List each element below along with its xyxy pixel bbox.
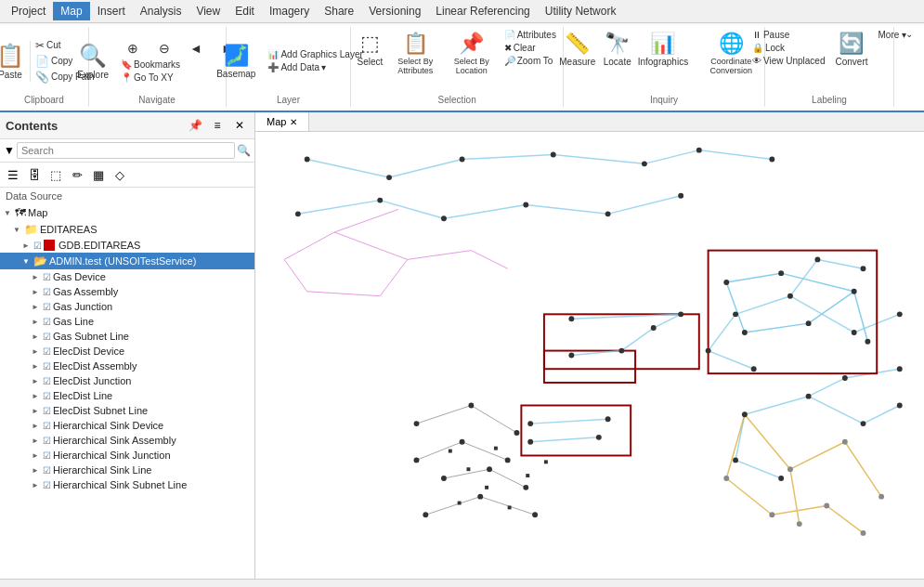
menu-versioning[interactable]: Versioning [361,2,428,20]
menu-analysis[interactable]: Analysis [133,2,189,20]
hier-subnet-checkbox[interactable]: ☑ [43,480,51,490]
table-icon[interactable]: ▦ [89,165,108,184]
map-svg [255,132,924,579]
svg-point-93 [778,270,784,276]
menu-share[interactable]: Share [317,2,361,20]
tree-item-map[interactable]: ▼ 🗺 Map [0,204,254,221]
tree-item-editareas[interactable]: ▼ 📁 EDITAREAS [0,221,254,238]
pin-icon[interactable]: 📌 [186,116,204,135]
database-icon[interactable]: 🗄 [25,165,44,184]
tree-item-gas-device[interactable]: ► ☑ Gas Device [0,269,254,284]
tree-item-gdb-editareas[interactable]: ► ☑ GDB.EDITAREAS [0,238,254,253]
hier-device-checkbox[interactable]: ☑ [43,421,51,431]
locate-icon: 🔭 [605,32,630,56]
tree-item-hier-sink-line[interactable]: ► ☑ Hierarchical Sink Line [0,463,254,477]
gas-assembly-checkbox[interactable]: ☑ [43,287,51,297]
map-canvas[interactable] [255,132,924,579]
menu-icon[interactable]: ≡ [208,116,227,135]
map-icon: 🗺 [15,206,26,219]
select-button[interactable]: ⬚ Select [355,29,384,70]
locate-button[interactable]: 🔭 Locate [601,29,634,70]
zoom-to-button[interactable]: 🔎 Zoom To [501,55,559,67]
drawing-order-icon[interactable]: ✏ [68,165,86,184]
attributes-button[interactable]: 📄 Attributes [501,29,559,41]
svg-point-88 [706,348,711,354]
elec-subnet-checkbox[interactable]: ☑ [43,406,51,416]
lock-button[interactable]: 🔒 Lock [749,42,828,54]
select-label: Select [358,57,384,67]
tree-item-gas-line[interactable]: ► ☑ Gas Line [0,314,254,329]
elec-junction-expand: ► [32,377,41,385]
attributes-icon: 📄 [504,30,515,40]
tree-item-gas-assembly[interactable]: ► ☑ Gas Assembly [0,284,254,299]
pan-left-button[interactable]: ◄ [181,39,211,58]
infographics-button[interactable]: 📊 Infographics [638,29,689,70]
paste-button[interactable]: 📋 Paste [0,40,31,83]
zoom-in-button[interactable]: ⊕ [118,39,148,58]
tree-item-hier-sink-junction[interactable]: ► ☑ Hierarchical Sink Junction [0,448,254,463]
elec-junction-checkbox[interactable]: ☑ [43,376,51,386]
close-panel-button[interactable]: ✕ [230,116,249,135]
convert-button[interactable]: 🔄 Convert [829,29,873,70]
editareas-icon: 📁 [24,223,38,236]
tree-item-hier-sink-device[interactable]: ► ☑ Hierarchical Sink Device [0,418,254,433]
pause-button[interactable]: ⏸ Pause [749,29,828,41]
tree-item-gas-junction[interactable]: ► ☑ Gas Junction [0,299,254,314]
tree-item-elecdist-assembly[interactable]: ► ☑ ElecDist Assembly [0,359,254,373]
menu-utility-network[interactable]: Utility Network [538,2,624,20]
tree-item-elecdist-junction[interactable]: ► ☑ ElecDist Junction [0,373,254,388]
search-input[interactable] [17,142,235,159]
gas-subnet-checkbox[interactable]: ☑ [43,332,51,342]
go-to-xy-label: Go To XY [134,72,174,83]
tree-item-elecdist-subnet-line[interactable]: ► ☑ ElecDist Subnet Line [0,403,254,418]
menu-map[interactable]: Map [53,2,89,20]
tree-item-elecdist-line[interactable]: ► ☑ ElecDist Line [0,388,254,403]
menu-project[interactable]: Project [4,2,53,20]
view-unplaced-button[interactable]: 👁 View Unplaced [749,55,828,67]
tree-item-admin-test[interactable]: ▼ 📂 ADMIN.test (UNSOITestService) [0,253,254,269]
measure-button[interactable]: 📏 Measure [557,29,597,70]
svg-point-94 [852,289,857,294]
select-by-attributes-button[interactable]: 📋 Select By Attributes [388,29,442,78]
filter-by-map-icon[interactable]: ☰ [4,165,22,184]
tree-item-elecdist-device[interactable]: ► ☑ ElecDist Device [0,344,254,359]
zoom-to-label: Zoom To [517,56,553,66]
hier-assembly-checkbox[interactable]: ☑ [43,436,51,446]
svg-point-121 [723,476,729,481]
hier-line-checkbox[interactable]: ☑ [43,465,51,476]
gdb-checkbox[interactable]: ☑ [33,241,42,251]
menu-imagery[interactable]: Imagery [262,2,317,20]
tree-hier-junction-label: Hierarchical Sink Junction [53,450,171,461]
menu-linear-referencing[interactable]: Linear Referencing [428,2,537,20]
ribbon-selection-items: ⬚ Select 📋 Select By Attributes 📌 Select… [355,29,559,93]
pause-icon: ⏸ [752,30,761,40]
zoom-out-button[interactable]: ⊖ [150,39,179,58]
clear-button[interactable]: ✖ Clear [501,42,559,54]
gas-line-checkbox[interactable]: ☑ [43,317,51,327]
menu-insert[interactable]: Insert [90,2,133,20]
layers-icon[interactable]: ⬚ [46,165,65,184]
menu-edit[interactable]: Edit [228,2,262,20]
gas-device-checkbox[interactable]: ☑ [43,272,51,282]
menu-view[interactable]: View [189,2,228,20]
symbols-icon[interactable]: ◇ [111,165,129,184]
tree-item-gas-subnet-line[interactable]: ► ☑ Gas Subnet Line [0,329,254,344]
explore-icon: 🔍 [79,43,107,69]
map-tab[interactable]: Map ✕ [255,112,309,131]
elec-assembly-checkbox[interactable]: ☑ [43,361,51,372]
tree-item-hier-sink-subnet-line[interactable]: ► ☑ Hierarchical Sink Subnet Line [0,477,254,492]
view-unplaced-label: View Unplaced [763,56,826,66]
contents-tree: ▼ 🗺 Map ▼ 📁 EDITAREAS ► ☑ GDB.EDITAREAS … [0,204,254,579]
tree-item-hier-sink-assembly[interactable]: ► ☑ Hierarchical Sink Assembly [0,433,254,448]
basemap-button[interactable]: 🗾 Basemap [211,41,261,82]
ribbon-expand-button[interactable]: ⌄ [894,27,924,41]
explore-button[interactable]: 🔍 Explore [72,40,114,83]
select-by-location-button[interactable]: 📌 Select By Location [446,29,498,78]
hier-junction-checkbox[interactable]: ☑ [43,450,51,461]
gas-junction-checkbox[interactable]: ☑ [43,302,51,312]
svg-point-116 [477,494,483,500]
search-execute-icon[interactable]: 🔍 [237,144,251,157]
elec-line-checkbox[interactable]: ☑ [43,391,51,401]
elec-device-checkbox[interactable]: ☑ [43,346,51,357]
map-tab-close[interactable]: ✕ [290,117,297,127]
